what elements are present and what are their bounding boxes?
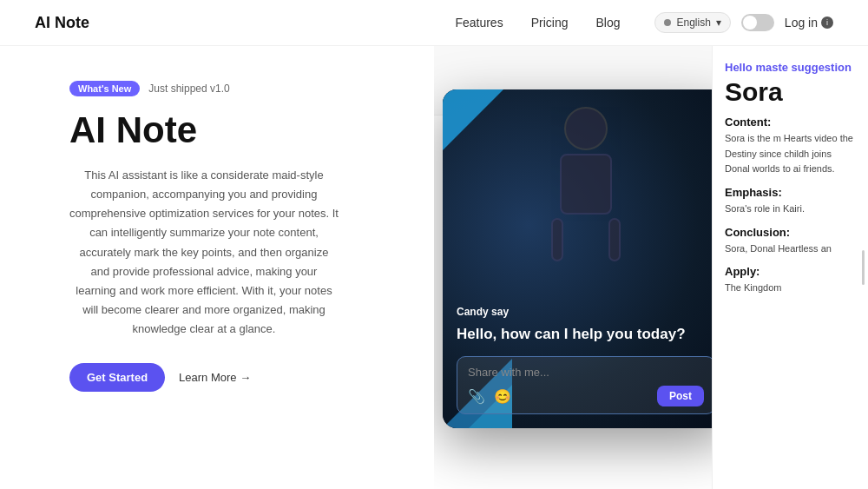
character-right-arm bbox=[608, 218, 621, 261]
nav-link-blog[interactable]: Blog bbox=[595, 16, 620, 30]
theme-toggle[interactable] bbox=[741, 14, 774, 31]
panel-hello-text: Hello maste suggestion bbox=[725, 60, 856, 76]
chat-post-button[interactable]: Post bbox=[657, 386, 704, 406]
chat-sender-name: Candy bbox=[457, 306, 489, 318]
panel-apply-label: Apply: bbox=[725, 265, 856, 278]
nav-right: English ▾ Log in i bbox=[654, 12, 833, 33]
panel-conclusion-text: Sora, Donal Heartless an bbox=[725, 241, 856, 257]
info-icon: i bbox=[821, 17, 833, 29]
panel-emphasis-label: Emphasis: bbox=[725, 186, 856, 199]
badge-version: Just shipped v1.0 bbox=[148, 83, 229, 95]
nav-link-features[interactable]: Features bbox=[455, 16, 503, 30]
chat-sender: Candy say bbox=[457, 306, 715, 318]
character-arms bbox=[551, 218, 621, 261]
login-button[interactable]: Log in i bbox=[785, 16, 833, 30]
panel-apply-text: The Kingdom bbox=[725, 281, 856, 296]
chat-content: Candy say Hello, how can I help you toda… bbox=[443, 292, 729, 428]
hero-buttons: Get Started Learn More → bbox=[69, 363, 251, 392]
nav-links: Features Pricing Blog bbox=[455, 16, 620, 30]
main-content: What's New Just shipped v1.0 AI Note Thi… bbox=[0, 46, 868, 489]
chat-input-actions: 📎 😊 Post bbox=[468, 386, 704, 406]
badge-row: What's New Just shipped v1.0 bbox=[69, 81, 230, 96]
character-head bbox=[564, 107, 608, 150]
chat-input-area[interactable]: Share with me... 📎 😊 Post bbox=[457, 356, 715, 414]
nav-link-pricing[interactable]: Pricing bbox=[531, 16, 569, 30]
chat-sender-suffix: say bbox=[491, 306, 509, 318]
character-silhouette bbox=[534, 107, 638, 246]
character-left-arm bbox=[551, 218, 563, 261]
scrollbar-indicator[interactable] bbox=[862, 250, 865, 285]
navbar: AI Note Features Pricing Blog English ▾ … bbox=[0, 0, 868, 46]
nav-logo: AI Note bbox=[35, 14, 89, 32]
character-body bbox=[560, 154, 612, 215]
panel-content-label: Content: bbox=[725, 116, 856, 129]
hero-description: This AI assistant is like a considerate … bbox=[69, 166, 339, 339]
hero-section: What's New Just shipped v1.0 AI Note Thi… bbox=[0, 46, 434, 489]
right-panel: Hello maste suggestion Sora Content: Sor… bbox=[712, 46, 868, 489]
badge-new: What's New bbox=[69, 81, 140, 96]
language-label: English bbox=[676, 17, 710, 29]
language-dot bbox=[664, 19, 671, 26]
panel-emphasis-text: Sora's role in Kairi. bbox=[725, 202, 856, 217]
chat-input-icons: 📎 😊 bbox=[468, 388, 511, 405]
hero-title: AI Note bbox=[69, 110, 197, 150]
attachment-icon[interactable]: 📎 bbox=[468, 388, 485, 405]
learn-more-button[interactable]: Learn More → bbox=[179, 371, 251, 384]
chevron-down-icon: ▾ bbox=[716, 17, 721, 29]
emoji-icon[interactable]: 😊 bbox=[494, 388, 511, 405]
right-section: Candy say Hello, how can I help you toda… bbox=[434, 46, 868, 489]
panel-title: Sora bbox=[725, 77, 856, 107]
chat-widget: Candy say Hello, how can I help you toda… bbox=[443, 89, 729, 428]
triangle-top-left-decoration bbox=[443, 89, 503, 150]
login-label: Log in bbox=[785, 16, 818, 30]
panel-conclusion-label: Conclusion: bbox=[725, 226, 856, 239]
panel-content-text: Sora is the m Hearts video the Destiny s… bbox=[725, 131, 856, 177]
get-started-button[interactable]: Get Started bbox=[69, 363, 165, 392]
chat-input-placeholder[interactable]: Share with me... bbox=[468, 366, 704, 379]
language-selector[interactable]: English ▾ bbox=[654, 12, 730, 33]
chat-greeting-message: Hello, how can I help you today? bbox=[457, 325, 715, 344]
